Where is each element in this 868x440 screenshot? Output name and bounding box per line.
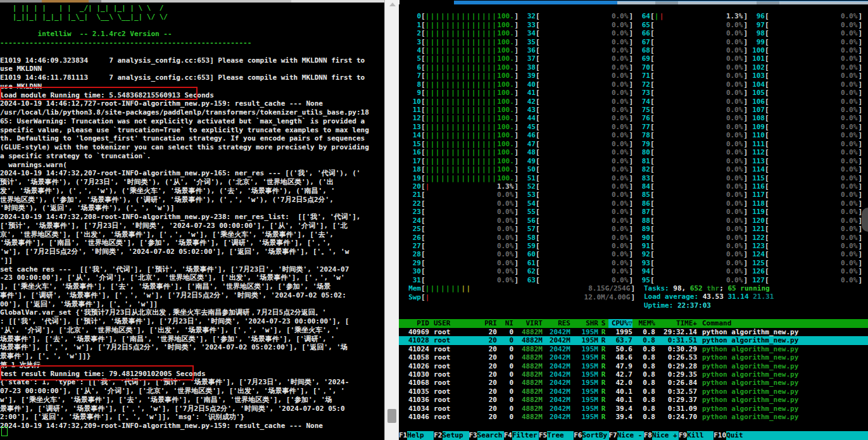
- fkey-search[interactable]: Search: [477, 431, 504, 440]
- fkey-quit[interactable]: Quit: [726, 431, 753, 440]
- process-row[interactable]: 41028root2004882M2042M195MR63.70.80:31.5…: [399, 336, 868, 344]
- terminal-line: /usr/local/lib/python3.8/site-packages/p…: [0, 108, 384, 117]
- column-header-virt[interactable]: VIRT: [513, 319, 543, 327]
- cell-res: 2042M: [543, 387, 570, 396]
- cell-res: 2042M: [543, 353, 570, 361]
- swap-ticks-red: |: [425, 293, 431, 301]
- scroll-indicator[interactable]: [862, 208, 868, 232]
- terminal-line: 2024-10-19 14:46:12,727-root-INFO-algori…: [0, 99, 384, 108]
- terminal-line: E1019 14:46:09.323834 7 analysis_config.…: [0, 56, 384, 65]
- terminal-line: '场景事件'], ['南昌', '世界地区类'], ['参加', '场景事件']…: [0, 239, 384, 248]
- left-terminal-scrollbar[interactable]: [384, 0, 399, 440]
- scrollbar-thumb[interactable]: [387, 409, 396, 423]
- cell-user: root: [429, 336, 475, 344]
- process-row[interactable]: 41030root2004882M2042M195MR42.70.80:29.3…: [399, 370, 868, 379]
- process-row[interactable]: 41024root2004882M2042M195MR50.60.80:30.2…: [399, 345, 868, 353]
- cell-mem: 0.8: [632, 379, 655, 387]
- fkey-number[interactable]: F9: [679, 431, 687, 440]
- cell-pid: 41036: [399, 396, 429, 404]
- cell-time: 0:30.29: [655, 345, 697, 353]
- column-header-pid[interactable]: PID: [399, 319, 429, 327]
- process-row[interactable]: 41026root2004882M2042M195MR47.90.80:29.2…: [399, 362, 868, 370]
- cpu-meter: 107[0.0%]: [748, 106, 862, 114]
- process-table: PIDUSERPRINIVIRTRESSHRSCPU%▽MEM%TIME+Com…: [399, 319, 868, 421]
- column-header-ni[interactable]: NI: [497, 319, 513, 327]
- column-header-user[interactable]: USER: [429, 319, 475, 327]
- cell-virt: 4882M: [513, 362, 543, 370]
- cpu-meter: 44[0.0%]: [519, 114, 633, 122]
- fkey-number[interactable]: F4: [504, 431, 512, 440]
- fkey-nice[interactable]: Nice +: [652, 431, 679, 440]
- process-row[interactable]: 40969root2004882M2042M195MR19950.829:32.…: [399, 328, 868, 336]
- cell-pid: 41068: [399, 379, 429, 387]
- column-header-pri[interactable]: PRI: [475, 319, 497, 327]
- fkey-tree[interactable]: Tree: [547, 431, 574, 440]
- column-header-s[interactable]: S: [598, 319, 608, 327]
- process-row[interactable]: 41036root2004882M2042M195MR40.10.80:29.3…: [399, 396, 868, 404]
- process-row[interactable]: 41068root2004882M2042M195MR42.00.80:26.8…: [399, 379, 868, 387]
- scrollbar-up-arrow-icon[interactable]: [389, 3, 396, 6]
- cpu-meter: 108[0.0%]: [748, 114, 862, 122]
- terminal-line: 'w'], ['7月2日5点2分', '时间类', '2024-07-02 05…: [0, 248, 384, 256]
- cpu-meter: 2[||||||||||||||100.0%]: [404, 29, 519, 37]
- cell-cmd: python algorithm_new.py: [697, 353, 868, 361]
- fkey-number[interactable]: F5: [539, 431, 547, 440]
- cpu-meter: 34[0.0%]: [519, 29, 633, 37]
- terminal-line: GlobalVar.var_set {'我预计7月23日从北京出发，乘坐火车去南…: [0, 308, 384, 317]
- cell-shr: 195M: [570, 345, 598, 353]
- cell-user: root: [429, 405, 475, 413]
- terminal-line: 景事件'], ['调研', '场景事件'], ['，', 'w'], ['7月2…: [0, 405, 384, 413]
- cell-pid: 40969: [399, 328, 429, 336]
- bracket: ]: [631, 284, 635, 292]
- fkey-kill[interactable]: Kill: [687, 431, 714, 440]
- column-header-command[interactable]: Command: [697, 319, 868, 327]
- column-header-cpu[interactable]: CPU%▽: [608, 319, 632, 327]
- fkey-nice[interactable]: Nice -: [617, 431, 644, 440]
- terminal-line: warnings.warn(: [0, 161, 384, 170]
- process-row[interactable]: 41058root2004882M2042M195MR48.60.80:26.5…: [399, 353, 868, 361]
- process-row[interactable]: 41035root2004882M2042M195MR40.10.80:32.5…: [399, 387, 868, 396]
- tasks-line: Tasks: 98, 652 thr; 65 running: [644, 284, 774, 292]
- cell-mem: 0.8: [632, 328, 655, 336]
- fkey-help[interactable]: Help: [407, 431, 434, 440]
- terminal-line: use MKLDNN: [0, 82, 384, 91]
- fkey-number[interactable]: F6: [574, 431, 582, 440]
- terminal-line: ['预计', '场景事件'], ['7月23日', '时间类', '2024-0…: [0, 222, 384, 230]
- cell-res: 2042M: [543, 370, 570, 379]
- fkey-number[interactable]: F1: [399, 431, 407, 440]
- fkey-number[interactable]: F2: [434, 431, 442, 440]
- fkey-number[interactable]: F3: [469, 431, 477, 440]
- column-header-shr[interactable]: SHR: [570, 319, 598, 327]
- fkey-filter[interactable]: Filter: [512, 431, 539, 440]
- column-header-time[interactable]: TIME+: [655, 319, 697, 327]
- cpu-meter: 120[0.0%]: [748, 217, 862, 225]
- cpu-meter: 104[0.0%]: [748, 80, 862, 89]
- cell-shr: 195M: [570, 387, 598, 396]
- cpu-meter: 6[||||||||||||||100.0%]: [404, 63, 519, 72]
- cell-pri: 20: [475, 336, 497, 344]
- process-row[interactable]: 41046root2004882M2042M195MR39.40.80:24.7…: [399, 413, 868, 421]
- process-table-header[interactable]: PIDUSERPRINIVIRTRESSHRSCPU%▽MEM%TIME+Com…: [399, 319, 868, 327]
- fkey-number[interactable]: F8: [644, 431, 652, 440]
- cpu-meter: 125[0.0%]: [748, 259, 862, 267]
- cell-cmd: python algorithm_new.py: [697, 396, 868, 404]
- cpu-meter: 20[|1.3%]: [404, 182, 519, 191]
- column-header-mem[interactable]: MEM%: [632, 319, 655, 327]
- cell-user: root: [429, 379, 475, 387]
- cpu-meter: 98[0.0%]: [748, 29, 862, 37]
- column-header-res[interactable]: RES: [543, 319, 570, 327]
- cell-pri: 20: [475, 405, 497, 413]
- cell-cmd: python algorithm_new.py: [697, 413, 868, 421]
- fkey-sortby[interactable]: SortBy: [582, 431, 609, 440]
- process-row[interactable]: 41034root2004882M2042M195MR39.40.80:31.0…: [399, 405, 868, 413]
- cpu-meter: 17[||||||||||||||100.0%]: [404, 156, 519, 165]
- bracket: [: [421, 284, 425, 292]
- cell-res: 2042M: [543, 336, 570, 344]
- terminal-line: 2:00'], ['返回', '场景事件'], ['。', 'w']], 'ms…: [0, 413, 384, 422]
- cpu-meter: 33[0.0%]: [519, 20, 633, 28]
- cell-res: 2042M: [543, 405, 570, 413]
- fkey-setup[interactable]: Setup: [443, 431, 469, 440]
- fkey-number[interactable]: F10: [714, 431, 726, 440]
- fkey-number[interactable]: F7: [609, 431, 617, 440]
- mem-ticks-yellow: ||: [461, 284, 471, 292]
